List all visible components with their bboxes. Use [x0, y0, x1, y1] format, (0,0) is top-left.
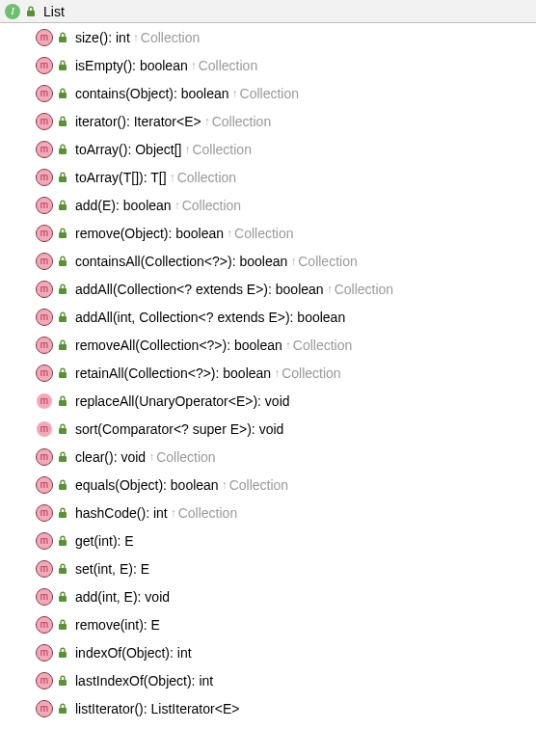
member-row[interactable]: m remove(int): E — [0, 610, 536, 638]
member-row[interactable]: m containsAll(Collection<?>): boolean↑Co… — [0, 247, 536, 275]
override-up-icon: ↑ — [327, 283, 333, 296]
svg-rect-5 — [59, 148, 67, 154]
method-icon: m — [35, 616, 54, 634]
inherited-from-label: Collection — [298, 254, 357, 269]
member-row[interactable]: m toArray(T[]): T[]↑Collection — [0, 163, 536, 191]
override-up-icon: ↑ — [191, 59, 197, 72]
method-icon: m — [35, 504, 54, 522]
override-up-icon: ↑ — [285, 338, 291, 352]
override-up-icon: ↑ — [170, 171, 175, 184]
method-icon: m — [35, 392, 54, 410]
member-row[interactable]: m hashCode(): int↑Collection — [0, 499, 536, 526]
method-signature: remove(Object): boolean — [75, 226, 224, 241]
member-row[interactable]: m removeAll(Collection<?>): boolean↑Coll… — [0, 331, 536, 359]
method-signature: toArray(T[]): T[] — [75, 170, 167, 185]
method-icon: m — [35, 57, 54, 74]
lock-icon — [56, 88, 69, 99]
member-row[interactable]: m equals(Object): boolean↑Collection — [0, 471, 536, 499]
override-up-icon: ↑ — [184, 143, 190, 156]
member-row[interactable]: m clear(): void↑Collection — [0, 443, 536, 471]
member-row[interactable]: m addAll(int, Collection<? extends E>): … — [0, 303, 536, 331]
lock-icon — [56, 32, 69, 43]
member-row[interactable]: m add(E): boolean↑Collection — [0, 191, 536, 219]
lock-icon — [56, 703, 69, 715]
method-icon: m — [35, 672, 54, 689]
lock-icon — [56, 228, 69, 239]
method-signature: containsAll(Collection<?>): boolean — [75, 254, 287, 269]
lock-icon — [56, 675, 69, 687]
lock-icon — [56, 256, 69, 267]
inherited-from-label: Collection — [234, 226, 293, 241]
member-row[interactable]: m contains(Object): boolean↑Collection — [0, 79, 536, 107]
member-row[interactable]: m isEmpty(): boolean↑Collection — [0, 51, 536, 79]
member-row[interactable]: m addAll(Collection<? extends E>): boole… — [0, 275, 536, 303]
member-row[interactable]: m retainAll(Collection<?>): boolean↑Coll… — [0, 359, 536, 387]
lock-icon — [56, 395, 69, 407]
method-signature: addAll(int, Collection<? extends E>): bo… — [75, 310, 345, 325]
svg-rect-20 — [59, 568, 67, 574]
svg-rect-15 — [59, 428, 67, 434]
inherited-from-label: Collection — [156, 449, 215, 465]
member-row[interactable]: m get(int): E — [0, 526, 536, 554]
lock-icon — [56, 591, 69, 603]
svg-rect-1 — [59, 37, 67, 42]
method-signature: set(int, E): E — [75, 561, 149, 577]
method-signature: add(int, E): void — [75, 589, 170, 605]
member-row[interactable]: m set(int, E): E — [0, 554, 536, 582]
svg-rect-18 — [59, 512, 67, 518]
member-row[interactable]: m remove(Object): boolean↑Collection — [0, 219, 536, 247]
method-icon: m — [35, 337, 54, 354]
lock-icon — [56, 423, 69, 435]
method-icon: m — [35, 364, 54, 382]
interface-title: List — [43, 4, 65, 19]
override-up-icon: ↑ — [133, 31, 139, 44]
interface-row[interactable]: I List — [0, 0, 536, 23]
lock-icon — [56, 367, 69, 379]
method-icon: m — [35, 560, 54, 578]
method-signature: add(E): boolean — [75, 198, 172, 213]
method-icon: m — [35, 141, 54, 158]
svg-rect-4 — [59, 121, 67, 126]
interface-icon: I — [3, 3, 22, 20]
method-icon: m — [35, 253, 54, 270]
svg-rect-6 — [59, 176, 67, 182]
inherited-from-label: Collection — [281, 365, 340, 381]
member-row[interactable]: m indexOf(Object): int — [0, 638, 536, 666]
method-signature: replaceAll(UnaryOperator<E>): void — [75, 393, 290, 409]
override-up-icon: ↑ — [174, 199, 180, 212]
inherited-from-label: Collection — [293, 338, 352, 353]
lock-icon — [56, 507, 69, 519]
method-signature: indexOf(Object): int — [75, 645, 192, 661]
lock-icon — [56, 451, 69, 463]
member-row[interactable]: m replaceAll(UnaryOperator<E>): void — [0, 387, 536, 415]
svg-rect-11 — [59, 316, 67, 322]
svg-rect-16 — [59, 456, 67, 462]
lock-icon — [56, 563, 69, 575]
override-up-icon: ↑ — [148, 450, 154, 464]
method-icon: m — [35, 113, 54, 130]
lock-icon — [56, 479, 69, 491]
member-row[interactable]: m size(): int↑Collection — [0, 23, 536, 51]
override-up-icon: ↑ — [204, 115, 210, 128]
svg-rect-25 — [59, 708, 67, 714]
lock-icon — [56, 60, 69, 71]
member-row[interactable]: m lastIndexOf(Object): int — [0, 666, 536, 694]
member-row[interactable]: m add(int, E): void — [0, 582, 536, 610]
method-icon: m — [35, 197, 54, 214]
svg-rect-10 — [59, 288, 67, 294]
member-row[interactable]: m iterator(): Iterator<E>↑Collection — [0, 107, 536, 135]
method-signature: toArray(): Object[] — [75, 142, 181, 157]
override-up-icon: ↑ — [232, 87, 238, 100]
svg-rect-8 — [59, 232, 67, 238]
member-row[interactable]: m sort(Comparator<? super E>): void — [0, 415, 536, 443]
inherited-from-label: Collection — [335, 282, 393, 297]
svg-rect-2 — [59, 65, 67, 70]
member-list: m size(): int↑Collectionm isEmpty(): boo… — [0, 23, 536, 722]
method-signature: equals(Object): boolean — [75, 477, 219, 493]
member-row[interactable]: m listIterator(): ListIterator<E> — [0, 694, 536, 722]
lock-icon — [56, 339, 69, 351]
lock-icon — [56, 116, 69, 127]
override-up-icon: ↑ — [171, 506, 176, 520]
method-signature: listIterator(): ListIterator<E> — [75, 701, 239, 716]
member-row[interactable]: m toArray(): Object[]↑Collection — [0, 135, 536, 163]
